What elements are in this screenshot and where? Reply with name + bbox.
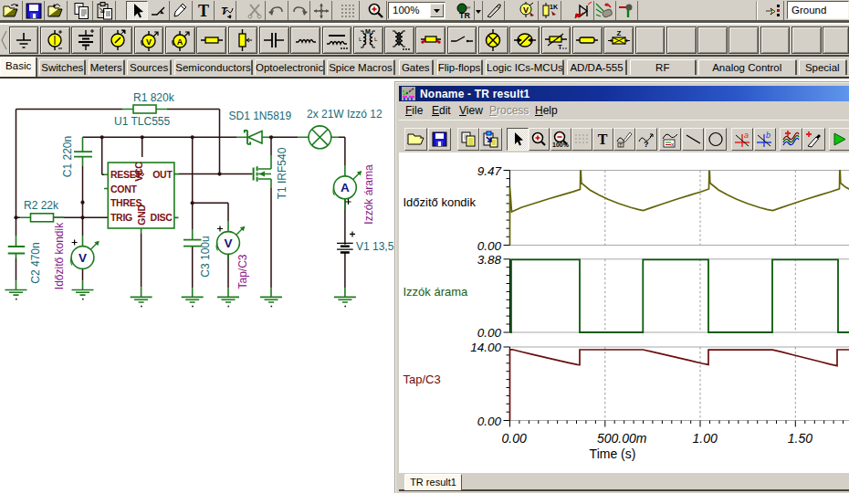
svg-text:b: b — [766, 131, 770, 140]
svg-text:V: V — [522, 5, 528, 15]
svg-text:U1 TLC555: U1 TLC555 — [114, 115, 170, 128]
svg-text:V: V — [146, 37, 152, 47]
svg-text:T: T — [558, 43, 562, 51]
svg-text:SD1 1N5819: SD1 1N5819 — [229, 110, 292, 122]
svg-text:C3 100u: C3 100u — [199, 236, 212, 277]
svg-text:VCC: VCC — [133, 162, 144, 182]
svg-text:2x 21W Izzó 12: 2x 21W Izzó 12 — [307, 108, 383, 121]
svg-text:1.00: 1.00 — [693, 431, 718, 446]
svg-text:A: A — [177, 37, 183, 47]
svg-text:TR: TR — [459, 11, 470, 20]
svg-text:Izzók árama: Izzók árama — [404, 285, 469, 299]
svg-text:Z: Z — [616, 29, 621, 37]
svg-text:Time (s): Time (s) — [590, 446, 636, 461]
svg-text:T: T — [598, 131, 608, 147]
svg-text:A: A — [341, 181, 350, 194]
svg-text:Izzók árama: Izzók árama — [362, 164, 375, 225]
svg-text:0.00: 0.00 — [477, 415, 502, 428]
svg-text:3.88: 3.88 — [477, 253, 502, 267]
svg-text:T: T — [197, 2, 208, 20]
svg-text:T: T — [619, 142, 623, 148]
svg-text:GND: GND — [136, 205, 147, 226]
svg-text:V: V — [224, 236, 232, 250]
svg-text:C1 220n: C1 220n — [61, 136, 74, 177]
svg-text:Időzitő kondik: Időzitő kondik — [53, 222, 66, 289]
svg-text:Tap/C3: Tap/C3 — [404, 373, 441, 386]
svg-text:L: L — [374, 37, 378, 42]
svg-text:Tap/C3: Tap/C3 — [236, 254, 249, 289]
svg-text:Időzitő kondik: Időzitő kondik — [404, 195, 477, 209]
svg-text:0.00: 0.00 — [477, 326, 502, 340]
svg-text:T1 IRF540: T1 IRF540 — [276, 147, 288, 199]
svg-text:14.00: 14.00 — [470, 341, 501, 354]
svg-text:100%: 100% — [552, 142, 570, 148]
svg-text:V: V — [79, 251, 87, 265]
svg-text:∞: ∞ — [466, 5, 470, 10]
svg-text:500.00m: 500.00m — [597, 431, 647, 446]
svg-text:1.50: 1.50 — [788, 431, 812, 446]
svg-text:?: ? — [644, 140, 649, 148]
svg-text:9.47: 9.47 — [477, 164, 502, 178]
svg-text:M: M — [365, 28, 371, 35]
svg-text:0.00: 0.00 — [502, 431, 527, 446]
svg-text:R1 820k: R1 820k — [133, 91, 175, 104]
svg-text:L: L — [359, 37, 362, 42]
svg-text:R2 22k: R2 22k — [24, 199, 59, 212]
svg-text:a: a — [744, 131, 749, 140]
svg-text:OUT: OUT — [152, 169, 173, 180]
svg-text:0.00: 0.00 — [477, 239, 502, 253]
svg-text:DISC: DISC — [151, 212, 173, 223]
svg-text:V1 13,5: V1 13,5 — [356, 240, 394, 253]
svg-text:T: T — [221, 5, 228, 16]
svg-text:C2 470n: C2 470n — [29, 242, 42, 283]
svg-text:x: x — [671, 142, 674, 147]
svg-text:CONT: CONT — [110, 184, 137, 194]
svg-text:1K: 1K — [550, 4, 558, 10]
svg-text:TRIG: TRIG — [110, 212, 132, 223]
